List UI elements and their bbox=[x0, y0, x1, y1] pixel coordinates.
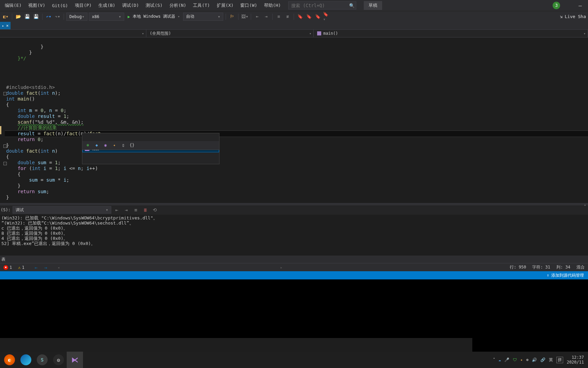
live-share-button[interactable]: ⇲ Live Sha bbox=[560, 14, 586, 19]
tb-misc-1-icon[interactable]: 🏳 bbox=[228, 13, 236, 20]
nav-member[interactable]: main()▾ bbox=[314, 30, 588, 37]
tray-wifi-icon[interactable]: ⊚ bbox=[526, 357, 528, 362]
menu-git[interactable]: Git(G) bbox=[49, 1, 71, 10]
debugger-label[interactable]: 本地 Windows 调试器 bbox=[133, 14, 175, 19]
filter-method-icon[interactable]: ◉ bbox=[103, 143, 108, 148]
menu-debug[interactable]: 调试(D) bbox=[119, 0, 142, 11]
search-input[interactable] bbox=[291, 3, 349, 8]
tray-mic-icon[interactable]: 🎤 bbox=[504, 357, 509, 362]
taskbar-obs[interactable]: ◎ bbox=[50, 352, 67, 368]
separator bbox=[42, 14, 43, 20]
menu-view[interactable]: 视图(V) bbox=[25, 0, 48, 11]
taskbar-vs[interactable]: ⧔ bbox=[67, 352, 83, 368]
tray-shield-icon[interactable]: 🛡 bbox=[513, 357, 517, 362]
bookmark-prev-icon[interactable]: 🔖 bbox=[305, 13, 313, 20]
error-bar: ✖ 1 ⚠ 1 ← → ◂ ▸ 行: 950 字符: 31 列: 34 混合 bbox=[0, 263, 588, 271]
active-tab[interactable]: ▸ ✕ bbox=[0, 22, 11, 29]
taskbar-app1[interactable]: S bbox=[34, 352, 50, 368]
menu-edit[interactable]: 编辑(E) bbox=[1, 0, 25, 11]
taskbar: ◐ S ◎ ⧔ ˄ ☁ 🎤 🛡 ✦ ⊚ 🔊 🔗 英 拼 12:37 2020/1… bbox=[0, 352, 588, 368]
auto-dropdown[interactable]: 自动▾ bbox=[183, 13, 223, 21]
bookmark-clear-icon[interactable]: 🔖▾ bbox=[323, 13, 330, 20]
code-area[interactable]: } } }*/ #include<stdio.h> double fact(in… bbox=[5, 37, 588, 203]
tray-app-icon[interactable]: ✦ bbox=[520, 357, 523, 362]
nav-fwd-icon[interactable]: → bbox=[44, 265, 47, 270]
tray-clock[interactable]: 12:37 2020/11 bbox=[567, 355, 584, 365]
upload-icon: ↑ bbox=[547, 273, 549, 278]
new-item-icon[interactable]: ◧▾ bbox=[2, 13, 10, 20]
method-icon bbox=[317, 31, 321, 35]
tray-ime-mode[interactable]: 拼 bbox=[556, 357, 563, 363]
system-tray: ˄ ☁ 🎤 🛡 ✦ ⊚ 🔊 🔗 英 拼 12:37 2020/11 bbox=[493, 355, 587, 365]
menu-tools[interactable]: 工具(T) bbox=[190, 0, 213, 11]
status-char: 字符: 31 bbox=[532, 264, 550, 270]
minimize-button[interactable]: — bbox=[574, 2, 587, 9]
document-tabs: ▸ ✕ bbox=[0, 22, 588, 29]
filter-namespace-icon[interactable]: {} bbox=[129, 143, 135, 148]
tb-image-icon[interactable]: 🖼▾ bbox=[241, 13, 248, 20]
menu-analyze[interactable]: 分析(N) bbox=[166, 0, 190, 11]
separator bbox=[12, 14, 12, 20]
nav-project[interactable]: ▾ bbox=[0, 30, 146, 37]
separator bbox=[64, 14, 64, 20]
bookmark-icon[interactable]: 🔖 bbox=[296, 13, 304, 20]
menu-test[interactable]: 测试(S) bbox=[142, 0, 166, 11]
close-tab-icon[interactable]: ✕ bbox=[6, 23, 9, 28]
filter-class-icon[interactable]: ◆ bbox=[94, 143, 99, 148]
notification-badge[interactable]: 3 bbox=[553, 2, 560, 9]
nav-back-icon[interactable]: ← bbox=[35, 265, 37, 270]
source-control-bar[interactable]: ↑ 添加到源代码管理 bbox=[0, 271, 588, 279]
filter-expand-icon[interactable]: ⊕ bbox=[85, 143, 91, 148]
scroll-right-icon[interactable]: ▸ bbox=[280, 265, 282, 270]
tray-chevron-icon[interactable]: ˄ bbox=[493, 357, 495, 362]
search-box[interactable]: 🔍 bbox=[288, 1, 356, 10]
indent-right-icon[interactable]: ⇥ bbox=[262, 13, 270, 20]
filter-convert-icon[interactable]: ✦ bbox=[112, 143, 117, 148]
filter-field-icon[interactable]: ▯ bbox=[120, 143, 126, 148]
live-share-icon: ⇲ bbox=[560, 14, 563, 19]
save-all-icon[interactable]: 💾 bbox=[32, 13, 40, 20]
status-mode: 混合 bbox=[576, 264, 585, 270]
warning-icon[interactable]: ⚠ bbox=[18, 265, 20, 270]
warning-count: 1 bbox=[22, 265, 24, 270]
tray-ime-lang[interactable]: 英 bbox=[549, 357, 553, 363]
play-icon[interactable]: ▶ bbox=[128, 14, 130, 19]
redo-icon[interactable]: ↷▾ bbox=[54, 13, 61, 20]
comment-icon[interactable]: ≡ bbox=[275, 13, 282, 20]
menu-project[interactable]: 项目(P) bbox=[71, 0, 95, 11]
tab-table[interactable]: 表 bbox=[1, 257, 5, 262]
scroll-left-icon[interactable]: ◂ bbox=[58, 265, 60, 270]
solution-name[interactable]: 草稿 bbox=[364, 1, 382, 10]
tray-sound-icon[interactable]: 🔊 bbox=[532, 357, 537, 362]
config-dropdown[interactable]: Debug▾ bbox=[66, 13, 87, 21]
open-icon[interactable]: 📂 bbox=[15, 13, 22, 20]
menu-build[interactable]: 生成(B) bbox=[95, 0, 118, 11]
tray-cloud-icon[interactable]: ☁ bbox=[499, 357, 501, 362]
menu-window[interactable]: 窗口(W) bbox=[237, 0, 260, 11]
status-col: 列: 34 bbox=[556, 264, 570, 270]
tray-link-icon[interactable]: 🔗 bbox=[540, 357, 545, 362]
undo-icon[interactable]: ↶▾ bbox=[45, 13, 52, 20]
error-icon[interactable]: ✖ bbox=[3, 265, 8, 270]
status-row: 行: 950 bbox=[510, 264, 526, 270]
separator bbox=[272, 14, 273, 20]
taskbar-start[interactable]: ◐ bbox=[1, 352, 18, 368]
menu-ext[interactable]: 扩展(X) bbox=[213, 0, 237, 11]
separator bbox=[251, 14, 251, 20]
menu-bar: 编辑(E) 视图(V) Git(G) 项目(P) 生成(B) 调试(D) 测试(… bbox=[0, 0, 588, 11]
right-panel bbox=[472, 281, 588, 352]
indent-left-icon[interactable]: ⇤ bbox=[254, 13, 261, 20]
nav-scope[interactable]: (全局范围)▾ bbox=[146, 30, 314, 37]
separator bbox=[238, 14, 239, 20]
separator bbox=[294, 14, 294, 20]
taskbar-edge[interactable] bbox=[18, 352, 34, 368]
uncomment-icon[interactable]: ≢ bbox=[284, 13, 291, 20]
intellisense-filter[interactable]: ⊕ ◆ ◉ ✦ ▯ {} bbox=[82, 141, 219, 150]
menu-help[interactable]: 帮助(H) bbox=[261, 0, 284, 11]
bottom-tabs: 表 bbox=[0, 256, 588, 263]
bookmark-next-icon[interactable]: 🔖 bbox=[314, 13, 322, 20]
platform-dropdown[interactable]: x86▾ bbox=[89, 13, 124, 21]
code-editor[interactable]: } } }*/ #include<stdio.h> double fact(in… bbox=[0, 37, 588, 203]
separator bbox=[226, 14, 226, 20]
save-icon[interactable]: 💾 bbox=[23, 13, 31, 20]
